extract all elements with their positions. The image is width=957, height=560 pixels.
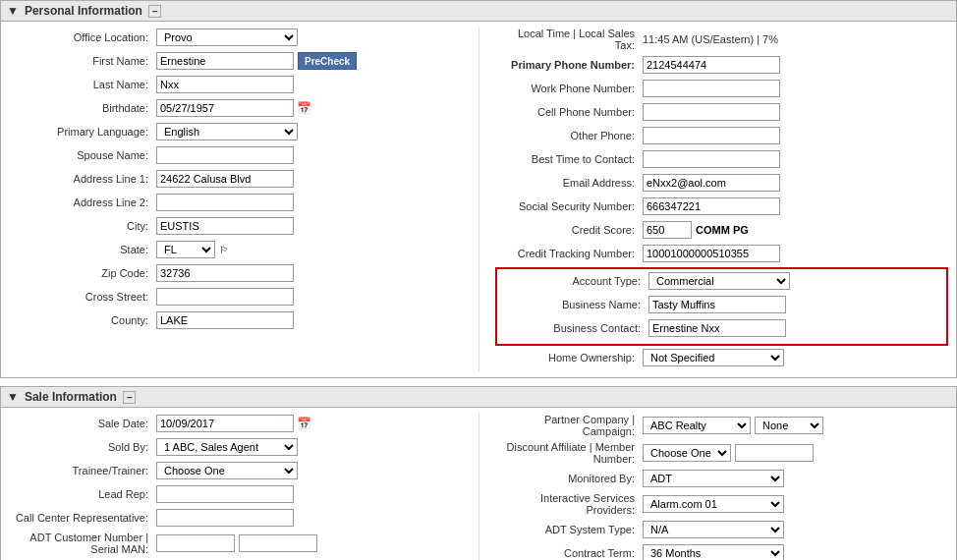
lead-rep-label: Lead Rep: xyxy=(9,488,156,500)
credit-tracking-row: Credit Tracking Number: xyxy=(495,244,948,263)
zip-row: Zip Code: xyxy=(9,263,463,283)
adt-system-type-select[interactable]: N/A xyxy=(643,521,784,538)
credit-score-group: COMM PG xyxy=(643,221,749,239)
birthdate-row: Birthdate: 📅 xyxy=(9,98,463,118)
adt-customer-input2[interactable] xyxy=(239,534,317,552)
contract-term-label: Contract Term: xyxy=(495,547,643,559)
business-name-row: Business Name: xyxy=(501,295,942,314)
cell-phone-label: Cell Phone Number: xyxy=(495,106,643,118)
work-phone-row: Work Phone Number: xyxy=(495,79,948,98)
best-time-input[interactable] xyxy=(643,150,780,168)
trainee-row: Trainee/Trainer: Choose One xyxy=(9,461,463,480)
sale-date-row: Sale Date: 📅 xyxy=(9,414,463,433)
home-ownership-select[interactable]: Not Specified xyxy=(643,349,784,366)
zip-label: Zip Code: xyxy=(9,267,156,279)
sale-date-label: Sale Date: xyxy=(9,418,156,429)
cell-phone-input[interactable] xyxy=(643,103,780,121)
last-name-label: Last Name: xyxy=(9,79,156,90)
business-contact-row: Business Contact: xyxy=(501,318,942,338)
cross-street-row: Cross Street: xyxy=(9,287,463,307)
state-select[interactable]: FL xyxy=(156,241,215,258)
sale-date-calendar-icon[interactable]: 📅 xyxy=(297,417,311,430)
adt-customer-label: ADT Customer Number | Serial MAN: xyxy=(9,532,156,555)
business-contact-input[interactable] xyxy=(648,319,786,337)
other-phone-label: Other Phone: xyxy=(495,130,643,141)
ssn-input[interactable] xyxy=(643,197,780,215)
last-name-row: Last Name: xyxy=(9,75,463,94)
email-row: Email Address: xyxy=(495,173,948,193)
state-row: State: FL 🏳 xyxy=(9,240,463,259)
partner-campaign-select[interactable]: None xyxy=(755,417,823,434)
monitored-by-select[interactable]: ADT xyxy=(643,470,784,487)
county-row: County: xyxy=(9,310,463,330)
cell-phone-row: Cell Phone Number: xyxy=(495,102,948,122)
credit-tracking-input[interactable] xyxy=(643,245,780,262)
member-number-input[interactable] xyxy=(735,444,814,462)
local-time-value: 11:45 AM (US/Eastern) | 7% xyxy=(643,33,778,45)
personal-info-body: Office Location: Provo First Name: PreCh… xyxy=(0,22,957,378)
sale-info-section: ▼ Sale Information – Sale Date: 📅 Sold B… xyxy=(0,386,957,560)
cross-street-input[interactable] xyxy=(156,288,294,306)
address2-input[interactable] xyxy=(156,194,294,211)
primary-phone-row: Primary Phone Number: xyxy=(495,55,948,75)
credit-score-row: Credit Score: COMM PG xyxy=(495,220,948,240)
primary-phone-input[interactable] xyxy=(643,56,780,74)
home-ownership-row: Home Ownership: Not Specified xyxy=(495,348,948,367)
personal-info-collapse[interactable]: – xyxy=(148,5,162,18)
sale-info-title: Sale Information xyxy=(25,390,117,404)
personal-info-section: ▼ Personal Information – Office Location… xyxy=(0,0,957,378)
work-phone-input[interactable] xyxy=(643,80,780,97)
sale-info-right: Partner Company | Campaign: ABC Realty N… xyxy=(478,414,948,560)
precheck-button[interactable]: PreCheck xyxy=(298,52,357,70)
primary-phone-label: Primary Phone Number: xyxy=(495,59,643,71)
sale-info-collapse[interactable]: – xyxy=(123,391,137,404)
adt-customer-input1[interactable] xyxy=(156,534,235,552)
last-name-input[interactable] xyxy=(156,76,294,93)
office-location-label: Office Location: xyxy=(9,31,156,43)
email-label: Email Address: xyxy=(495,177,643,189)
address1-input[interactable] xyxy=(156,170,294,188)
birthdate-calendar-icon[interactable]: 📅 xyxy=(297,101,311,115)
local-time-label: Local Time | Local Sales Tax: xyxy=(495,28,643,51)
discount-affiliate-select[interactable]: Choose One xyxy=(643,444,731,462)
comm-pg-badge: COMM PG xyxy=(696,224,749,236)
spouse-name-input[interactable] xyxy=(156,146,294,164)
business-contact-label: Business Contact: xyxy=(501,322,648,334)
primary-language-row: Primary Language: English xyxy=(9,122,463,141)
other-phone-input[interactable] xyxy=(643,127,780,144)
other-phone-row: Other Phone: xyxy=(495,126,948,145)
account-type-highlight-group: Account Type: Commercial Residential Bus… xyxy=(495,267,948,346)
call-center-input[interactable] xyxy=(156,509,294,527)
personal-info-icon: ▼ xyxy=(7,4,19,18)
interactive-services-select[interactable]: Alarm.com 01 xyxy=(643,495,784,513)
sale-date-input[interactable] xyxy=(156,415,294,432)
business-name-input[interactable] xyxy=(648,296,786,313)
county-label: County: xyxy=(9,314,156,326)
contract-term-row: Contract Term: 36 Months xyxy=(495,543,948,560)
partner-company-select[interactable]: ABC Realty xyxy=(643,417,751,434)
birthdate-input[interactable] xyxy=(156,99,294,117)
work-phone-label: Work Phone Number: xyxy=(495,83,643,94)
primary-language-select[interactable]: English xyxy=(156,123,298,140)
state-label: State: xyxy=(9,244,156,255)
email-input[interactable] xyxy=(643,174,780,192)
credit-score-label: Credit Score: xyxy=(495,224,643,236)
call-center-row: Call Center Representative: xyxy=(9,508,463,528)
county-input[interactable] xyxy=(156,311,294,329)
lead-rep-input[interactable] xyxy=(156,485,294,503)
account-type-select[interactable]: Commercial Residential xyxy=(648,272,790,290)
zip-input[interactable] xyxy=(156,264,294,282)
ssn-row: Social Security Number: xyxy=(495,196,948,216)
credit-score-input[interactable] xyxy=(643,221,692,239)
address2-row: Address Line 2: xyxy=(9,193,463,212)
trainee-label: Trainee/Trainer: xyxy=(9,465,156,476)
trainee-select[interactable]: Choose One xyxy=(156,462,298,479)
office-location-select[interactable]: Provo xyxy=(156,28,298,46)
first-name-input[interactable] xyxy=(156,52,294,70)
sold-by-select[interactable]: 1 ABC, Sales Agent xyxy=(156,438,298,456)
partner-company-label: Partner Company | Campaign: xyxy=(495,414,643,437)
city-input[interactable] xyxy=(156,217,294,235)
contract-term-select[interactable]: 36 Months xyxy=(643,544,784,560)
discount-affiliate-label: Discount Affiliate | Member Number: xyxy=(495,441,643,465)
primary-language-label: Primary Language: xyxy=(9,126,156,138)
